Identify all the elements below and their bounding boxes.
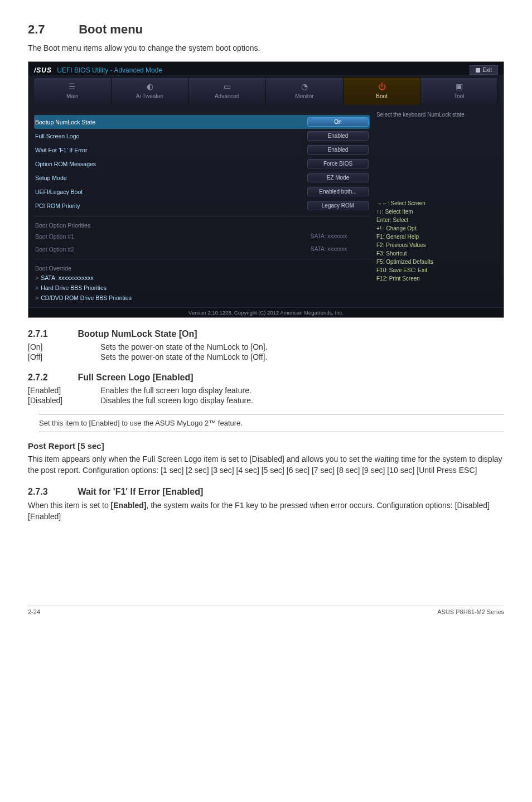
help-keys: →←: Select Screen ↑↓: Select Item Enter:… [375,198,498,284]
option-row: [Disabled] Disables the full screen logo… [28,396,504,405]
tool-icon: ▣ [423,82,495,91]
exit-label: Exit [482,67,492,73]
row-bo1-value[interactable]: SATA: xxxxxxx [307,232,369,240]
row-numlock[interactable]: Bootup NumLock State On [34,115,370,129]
override-cddvd-bbs[interactable]: >CD/DVD ROM Drive BBS Priorities [34,293,370,303]
subsection-271: 2.7.1 Bootup NumLock State [On] [28,329,504,339]
tab-ai-tweaker[interactable]: ◐Ai Tweaker [112,78,189,105]
subsection-273: 2.7.3 Wait for 'F1' If Error [Enabled] [28,487,504,497]
key-hint: Enter: Select [376,216,497,224]
option-row: [Enabled] Enables the full screen logo d… [28,386,504,395]
row-logo-label: Full Screen Logo [35,133,307,139]
note-block: Set this item to [Enabled] to use the AS… [28,414,504,432]
subsection-number: 2.7.1 [28,329,75,339]
override-cddvd-label: CD/DVD ROM Drive BBS Priorities [41,294,132,301]
option-desc: Sets the power-on state of the NumLock t… [100,352,504,361]
post-report-body: This item appears only when the Full Scr… [28,454,504,476]
tab-monitor[interactable]: ◔Monitor [266,78,344,105]
subsection-title: Full Screen Logo [Enabled] [78,373,193,382]
key-hint: F3: Shortcut [376,249,497,258]
bios-window: /SUS UEFI BIOS Utility - Advanced Mode E… [28,61,504,318]
section-number: 2.7 [28,22,75,37]
subsection-title: Wait for 'F1' If Error [Enabled] [78,487,203,496]
exit-button[interactable]: Exit [470,65,498,75]
key-hint: F10: Save ESC: Exit [376,266,497,274]
row-f1-label: Wait For 'F1' If Error [35,147,307,153]
row-logo-value[interactable]: Enabled [307,131,369,141]
body-bold: [Enabled] [111,501,147,510]
tab-advanced[interactable]: ▭Advanced [188,78,266,105]
bios-titlebar: /SUS UEFI BIOS Utility - Advanced Mode E… [28,62,504,75]
key-hint: F12: Print Screen [376,274,497,283]
chevron-right-icon: > [35,294,38,301]
subsection-273-body: When this item is set to [Enabled], the … [28,500,504,522]
page-number: 2-24 [28,608,40,615]
bios-title-text: UEFI BIOS Utility - Advanced Mode [57,66,162,74]
subsection-number: 2.7.2 [28,373,75,383]
row-f1[interactable]: Wait For 'F1' If Error Enabled [34,143,370,157]
subsection-number: 2.7.3 [28,487,75,497]
bios-title: /SUS UEFI BIOS Utility - Advanced Mode [34,66,162,74]
row-setup-value[interactable]: EZ Mode [307,173,369,182]
tab-boot[interactable]: ⏻Boot [344,78,421,105]
key-hint: F1: General Help [376,233,497,241]
row-oprom-value[interactable]: Force BIOS [307,159,369,168]
row-oprom-label: Option ROM Messages [35,161,307,167]
help-description: Select the keyboard NumLock state [375,109,498,131]
list-icon: ☰ [36,82,109,91]
row-f1-value[interactable]: Enabled [307,145,369,154]
key-hint: F2: Previous Values [376,241,497,249]
chip-icon: ▭ [191,82,263,91]
section-intro: The Boot menu items allow you to change … [28,44,504,52]
key-hint: +/-: Change Opt. [376,224,497,233]
tab-tool[interactable]: ▣Tool [420,78,498,105]
bios-body: Bootup NumLock State On Full Screen Logo… [28,105,504,307]
group-boot-override: Boot Override [34,259,370,273]
override-hdd-bbs[interactable]: >Hard Drive BBS Priorities [34,283,370,293]
monitor-icon: ◔ [268,82,341,91]
post-report-heading: Post Report [5 sec] [28,441,504,451]
row-numlock-value[interactable]: On [307,117,369,127]
chevron-right-icon: > [35,274,38,281]
row-uefi[interactable]: UEFI/Legacy Boot Enabled both... [34,185,370,199]
bios-nav: ☰Main ◐Ai Tweaker ▭Advanced ◔Monitor ⏻Bo… [34,77,498,105]
tab-boot-label: Boot [376,93,388,99]
section-heading: 2.7 Boot menu [28,22,504,37]
chevron-right-icon: > [35,284,38,291]
tab-main[interactable]: ☰Main [34,78,112,105]
brand-logo: /SUS [34,66,52,74]
subsection-272: 2.7.2 Full Screen Logo [Enabled] [28,373,504,383]
note-text: Set this item to [Enabled] to use the AS… [39,414,504,432]
option-row: [On] Sets the power-on state of the NumL… [28,342,504,351]
option-desc: Sets the power-on state of the NumLock t… [100,342,504,351]
group-boot-priorities: Boot Option Priorities [34,216,370,230]
section-title-text: Boot menu [79,22,143,36]
option-desc: Disables the full screen logo display fe… [100,396,504,405]
row-numlock-label: Bootup NumLock State [35,119,307,125]
row-pci-value[interactable]: Legacy ROM [307,201,369,210]
row-uefi-value[interactable]: Enabled both... [307,187,369,196]
override-sata-label: SATA: xxxxxxxxxxxx [41,274,94,281]
option-row: [Off] Sets the power-on state of the Num… [28,352,504,361]
row-boot-option-1[interactable]: Boot Option #1 SATA: xxxxxxx [34,230,370,243]
bios-settings-pane: Bootup NumLock State On Full Screen Logo… [34,109,370,303]
row-pci[interactable]: PCI ROM Priority Legacy ROM [34,199,370,212]
override-hdd-label: Hard Drive BBS Priorities [41,284,107,291]
key-hint: F5: Optimized Defaults [376,258,497,266]
row-boot-option-2[interactable]: Boot Option #2 SATA: xxxxxxx [34,243,370,255]
subsection-title: Bootup NumLock State [On] [78,329,197,339]
tab-advanced-label: Advanced [215,93,239,99]
row-oprom[interactable]: Option ROM Messages Force BIOS [34,157,370,171]
row-bo2-value[interactable]: SATA: xxxxxxx [307,245,369,253]
tab-tool-label: Tool [454,93,464,99]
option-key: [Enabled] [28,386,100,395]
tab-ai-label: Ai Tweaker [136,93,163,99]
override-sata[interactable]: >SATA: xxxxxxxxxxxx [34,273,370,283]
tab-main-label: Main [66,93,79,99]
row-setup[interactable]: Setup Mode EZ Mode [34,171,370,185]
bios-help-pane: Select the keyboard NumLock state →←: Se… [375,109,498,303]
key-hint: →←: Select Screen [376,199,497,207]
row-logo[interactable]: Full Screen Logo Enabled [34,129,370,143]
row-bo2-label: Boot Option #2 [35,246,307,253]
row-setup-label: Setup Mode [35,175,307,181]
